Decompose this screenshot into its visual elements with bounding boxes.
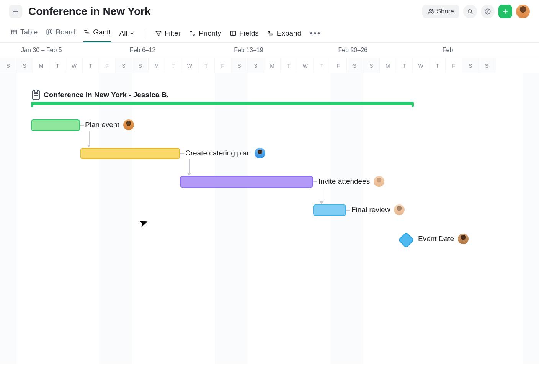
day-label: S — [0, 58, 16, 73]
day-label: F — [99, 58, 116, 73]
svg-marker-20 — [156, 31, 161, 35]
svg-rect-16 — [51, 30, 52, 34]
cursor-icon: ➤ — [137, 215, 150, 230]
day-label: S — [363, 58, 380, 73]
chevron-down-icon — [129, 31, 135, 36]
plus-icon — [501, 8, 509, 15]
svg-line-6 — [471, 13, 472, 14]
svg-rect-25 — [269, 34, 272, 35]
day-label: W — [181, 58, 198, 73]
day-label: T — [83, 58, 99, 73]
day-label: S — [462, 58, 479, 73]
day-label: S — [248, 58, 264, 73]
day-label: S — [16, 58, 33, 73]
day-label: S — [132, 58, 149, 73]
day-label: M — [380, 58, 396, 73]
table-icon — [11, 29, 18, 36]
day-label: M — [264, 58, 281, 73]
day-label: S — [231, 58, 248, 73]
filter-button[interactable]: Filter — [155, 29, 181, 38]
assignee-avatar[interactable] — [394, 204, 405, 215]
filter-icon — [155, 30, 162, 37]
menu-icon — [12, 8, 20, 15]
day-label: M — [33, 58, 49, 73]
project-row-header[interactable]: Conference in New York - Jessica B. — [32, 90, 169, 100]
day-label: S — [347, 58, 363, 73]
day-label: M — [149, 58, 165, 73]
timeline-week-header: Jan 30 – Feb 5 Feb 6–12 Feb 13–19 Feb 20… — [0, 43, 539, 58]
day-label: T — [49, 58, 66, 73]
day-label: F — [446, 58, 462, 73]
svg-point-8 — [488, 13, 488, 13]
svg-point-4 — [432, 9, 433, 11]
connector — [322, 188, 322, 202]
people-icon — [428, 8, 434, 15]
week-label: Feb 20–26 — [330, 43, 434, 58]
search-icon — [467, 8, 474, 15]
day-label: T — [165, 58, 181, 73]
svg-point-5 — [468, 10, 472, 13]
expand-button[interactable]: Expand — [267, 29, 301, 38]
day-label: T — [396, 58, 413, 73]
page-title: Conference in New York — [28, 5, 416, 18]
milestone-label[interactable]: Event Date — [418, 234, 469, 244]
project-title: Conference in New York - Jessica B. — [44, 91, 169, 99]
expand-icon — [267, 30, 274, 37]
day-label: T — [314, 58, 330, 73]
share-button[interactable]: Share — [422, 5, 459, 18]
connector — [80, 125, 84, 126]
task-label[interactable]: Invite attendees — [318, 176, 384, 187]
gantt-icon — [83, 29, 90, 36]
day-label: T — [281, 58, 297, 73]
toolbar-divider — [145, 28, 145, 39]
day-label: F — [215, 58, 231, 73]
connector — [89, 131, 90, 145]
week-label: Jan 30 – Feb 5 — [0, 43, 122, 58]
task-bar-catering[interactable] — [80, 148, 180, 159]
assignee-avatar[interactable] — [374, 176, 384, 187]
assignee-avatar[interactable] — [123, 119, 134, 130]
svg-rect-24 — [268, 31, 270, 33]
task-label[interactable]: Create catering plan — [185, 148, 265, 158]
menu-button[interactable] — [9, 5, 22, 18]
task-bar-final-review[interactable] — [313, 204, 346, 216]
view-dropdown[interactable]: All — [119, 29, 135, 38]
task-bar-invite[interactable] — [180, 176, 313, 188]
day-label: W — [297, 58, 314, 73]
share-label: Share — [437, 8, 454, 15]
connector-arrow-icon — [320, 201, 323, 204]
assignee-avatar[interactable] — [458, 234, 469, 244]
add-button[interactable] — [498, 5, 512, 18]
search-button[interactable] — [463, 5, 477, 18]
connector — [180, 153, 184, 154]
svg-rect-14 — [47, 30, 49, 34]
task-bar-plan-event[interactable] — [31, 119, 80, 131]
gantt-canvas[interactable]: Conference in New York - Jessica B. Plan… — [0, 74, 539, 364]
user-avatar[interactable] — [516, 5, 530, 18]
tab-board[interactable]: Board — [46, 24, 75, 42]
day-label: F — [330, 58, 347, 73]
day-label: T — [429, 58, 446, 73]
task-label[interactable]: Plan event — [85, 119, 134, 130]
connector — [346, 210, 350, 211]
svg-rect-15 — [49, 30, 51, 33]
tab-gantt[interactable]: Gantt — [83, 24, 111, 42]
svg-point-3 — [429, 9, 431, 11]
help-button[interactable] — [481, 5, 495, 18]
fields-icon — [230, 30, 237, 37]
connector-arrow-icon — [87, 145, 91, 147]
assignee-avatar[interactable] — [255, 148, 265, 158]
tab-table[interactable]: Table — [11, 24, 38, 42]
fields-button[interactable]: Fields — [230, 29, 259, 38]
priority-button[interactable]: Priority — [189, 29, 221, 38]
week-label: Feb 13–19 — [226, 43, 330, 58]
connector — [313, 181, 317, 182]
more-button[interactable]: ••• — [310, 28, 321, 38]
day-label: W — [66, 58, 83, 73]
day-label: S — [116, 58, 132, 73]
milestone-event-date[interactable] — [398, 232, 414, 248]
clipboard-icon — [32, 90, 40, 100]
project-summary-bar[interactable] — [31, 102, 414, 105]
connector-arrow-icon — [187, 173, 191, 176]
task-label[interactable]: Final review — [351, 204, 405, 215]
